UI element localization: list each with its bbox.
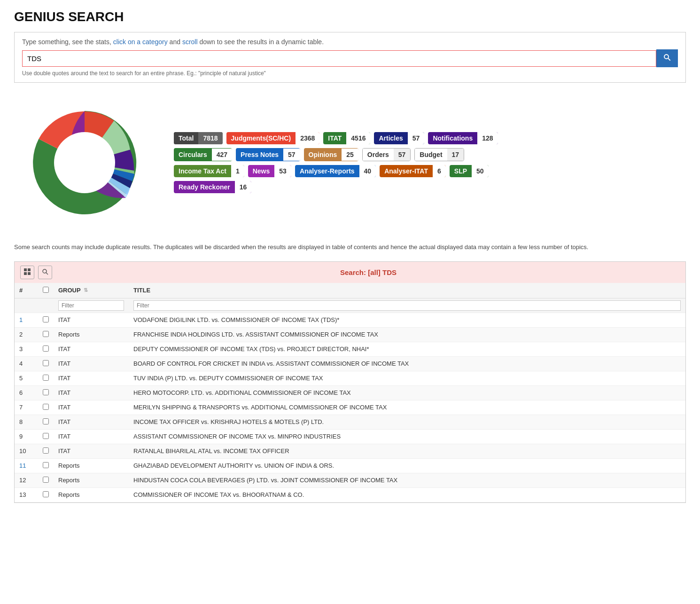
search-input[interactable] (22, 50, 656, 67)
row-select-checkbox[interactable] (43, 331, 49, 337)
badge-circulars-count: 427 (212, 149, 232, 161)
disclaimer: Some search counts may include duplicate… (14, 243, 686, 252)
row-checkbox[interactable] (38, 313, 54, 327)
row-select-checkbox[interactable] (43, 462, 49, 468)
badge-judgments[interactable]: Judgments(SC/HC) 2368 (226, 132, 320, 144)
svg-line-1 (668, 58, 670, 61)
table-row: 2 Reports FRANCHISE INDIA HOLDINGS LTD. … (15, 327, 685, 342)
row-select-checkbox[interactable] (43, 316, 49, 322)
svg-rect-4 (28, 268, 31, 271)
row-checkbox[interactable] (38, 371, 54, 385)
row-checkbox[interactable] (38, 473, 54, 487)
page-container: GENIUS SEARCH Type something, see the st… (0, 0, 700, 512)
row-group: Reports (54, 473, 129, 487)
row-select-checkbox[interactable] (43, 433, 49, 439)
filter-title-cell (129, 298, 685, 313)
row-num: 4 (15, 356, 38, 371)
row-title: GHAZIABAD DEVELOPMENT AUTHORITY vs. UNIO… (129, 458, 685, 473)
row-num: 11 (15, 458, 38, 473)
filter-group-input[interactable] (58, 300, 124, 311)
row-select-checkbox[interactable] (43, 389, 49, 395)
badge-notifications[interactable]: Notifications 128 (428, 132, 498, 144)
filter-checkbox (38, 298, 54, 313)
row-select-checkbox[interactable] (43, 345, 49, 352)
row-select-checkbox[interactable] (43, 447, 49, 454)
row-group: ITAT (54, 385, 129, 400)
badge-slp-count: 50 (472, 165, 489, 177)
badge-pressnotes[interactable]: Press Notes 57 (236, 148, 300, 161)
row-select-checkbox[interactable] (43, 477, 49, 483)
badge-news-count: 53 (274, 165, 291, 177)
row-checkbox[interactable] (38, 327, 54, 342)
row-title: BOARD OF CONTROL FOR CRICKET IN INDIA vs… (129, 356, 685, 371)
row-select-checkbox[interactable] (43, 360, 49, 366)
row-checkbox[interactable] (38, 415, 54, 429)
results-tbody: 1 ITAT VODAFONE DIGILINK LTD. vs. COMMIS… (15, 313, 685, 502)
row-title: FRANCHISE INDIA HOLDINGS LTD. vs. ASSIST… (129, 327, 685, 342)
row-title: HINDUSTAN COCA COLA BEVERAGES (P) LTD. v… (129, 473, 685, 487)
badge-itat-count: 4516 (346, 132, 370, 144)
row-select-checkbox[interactable] (43, 404, 49, 410)
results-section: Search: [all] TDS # GROUP ⇅ TITLE (14, 261, 686, 503)
badge-opinions[interactable]: Opinions 25 (304, 148, 358, 161)
table-row: 13 Reports COMMISSIONER OF INCOME TAX vs… (15, 487, 685, 502)
row-select-checkbox[interactable] (43, 418, 49, 424)
row-num: 2 (15, 327, 38, 342)
row-checkbox[interactable] (38, 444, 54, 458)
table-row: 8 ITAT INCOME TAX OFFICER vs. KRISHRAJ H… (15, 415, 685, 429)
search-button[interactable] (656, 49, 678, 67)
badge-itat[interactable]: ITAT 4516 (323, 132, 370, 144)
filter-title-input[interactable] (133, 300, 681, 311)
badge-analyser-itat[interactable]: Analyser-ITAT 6 (380, 165, 446, 177)
badge-pressnotes-label: Press Notes (236, 149, 283, 161)
row-num: 3 (15, 342, 38, 356)
row-select-checkbox[interactable] (43, 491, 49, 497)
table-icon-group (20, 266, 52, 279)
badge-orders[interactable]: Orders 57 (362, 148, 411, 161)
table-row: 4 ITAT BOARD OF CONTROL FOR CRICKET IN I… (15, 356, 685, 371)
row-checkbox[interactable] (38, 400, 54, 415)
table-row: 6 ITAT HERO MOTOCORP. LTD. vs. ADDITIONA… (15, 385, 685, 400)
table-view-button[interactable] (20, 266, 34, 279)
badge-slp[interactable]: SLP 50 (450, 165, 489, 177)
search-row (22, 49, 678, 67)
svg-point-2 (54, 132, 115, 193)
column-header-row: # GROUP ⇅ TITLE (15, 283, 685, 298)
row-checkbox[interactable] (38, 487, 54, 502)
donut-svg (14, 92, 155, 233)
badge-analyseritat-label: Analyser-ITAT (380, 165, 433, 177)
badge-incometax[interactable]: Income Tax Act 1 (174, 165, 244, 177)
badge-budget[interactable]: Budget 17 (414, 148, 464, 161)
badge-orders-count: 57 (394, 149, 411, 161)
row-select-checkbox[interactable] (43, 375, 49, 381)
row-title: ASSISTANT COMMISSIONER OF INCOME TAX vs.… (129, 429, 685, 444)
row-group: ITAT (54, 371, 129, 385)
row-checkbox[interactable] (38, 429, 54, 444)
search-wrapper: Type something, see the stats, click on … (14, 32, 686, 83)
badge-news[interactable]: News 53 (248, 165, 291, 177)
badge-articles[interactable]: Articles 57 (374, 132, 424, 144)
svg-rect-3 (24, 268, 27, 271)
badge-circulars[interactable]: Circulars 427 (174, 148, 232, 161)
row-num: 10 (15, 444, 38, 458)
col-group[interactable]: GROUP ⇅ (54, 283, 129, 298)
row-checkbox[interactable] (38, 342, 54, 356)
donut-chart (14, 92, 155, 233)
badge-reckoner[interactable]: Ready Reckoner 16 (174, 181, 251, 193)
row-num: 8 (15, 415, 38, 429)
table-row: 7 ITAT MERILYN SHIPPING & TRANSPORTS vs.… (15, 400, 685, 415)
row-group: ITAT (54, 444, 129, 458)
row-checkbox[interactable] (38, 356, 54, 371)
row-group: Reports (54, 487, 129, 502)
badge-total[interactable]: Total 7818 (174, 132, 223, 144)
table-row: 3 ITAT DEPUTY COMMISSIONER OF INCOME TAX… (15, 342, 685, 356)
badge-analyser-reports[interactable]: Analyser-Reports 40 (295, 165, 376, 177)
row-checkbox[interactable] (38, 458, 54, 473)
sort-icon: ⇅ (84, 287, 88, 293)
row-checkbox[interactable] (38, 385, 54, 400)
search-filter-button[interactable] (38, 266, 52, 279)
table-row: 12 Reports HINDUSTAN COCA COLA BEVERAGES… (15, 473, 685, 487)
search-hint: Type something, see the stats, click on … (22, 38, 678, 46)
row-group: ITAT (54, 415, 129, 429)
select-all-checkbox[interactable] (43, 287, 49, 293)
